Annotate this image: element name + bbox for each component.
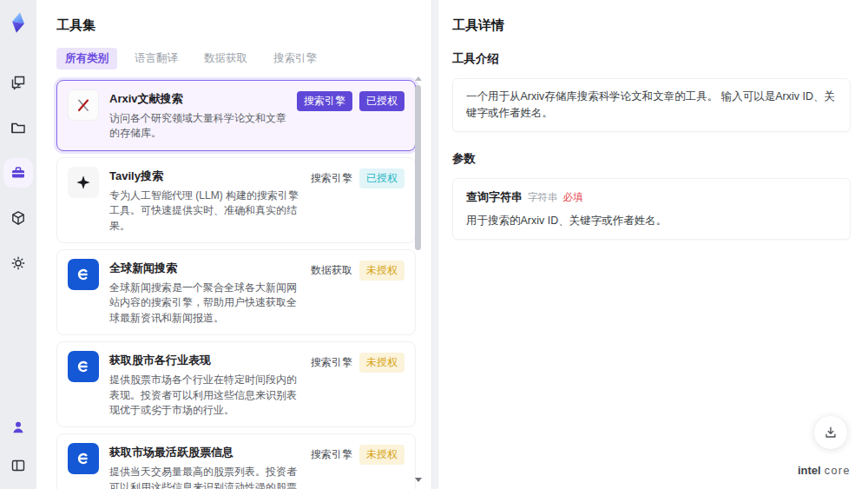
intro-heading: 工具介绍	[452, 51, 851, 67]
tab-language-translation[interactable]: 语言翻译	[126, 48, 187, 69]
auth-status-badge: 未授权	[359, 445, 404, 465]
tool-detail-panel: 工具详情 工具介绍 一个用于从Arxiv存储库搜索科学论文和文章的工具。 输入可…	[438, 0, 868, 489]
param-description: 用于搜索的Arxiv ID、关键字或作者姓名。	[466, 213, 837, 229]
list-scrollbar[interactable]	[414, 76, 423, 482]
panel-divider	[431, 0, 438, 489]
tool-card-global-news[interactable]: 全球新闻搜索 全球新闻搜索是一个聚合全球各大新闻网站内容的搜索引擎，帮助用户快速…	[56, 249, 416, 335]
tool-title: 获取市场最活跃股票信息	[109, 445, 300, 460]
category-badge: 搜索引擎	[311, 445, 352, 465]
tool-title: 全球新闻搜索	[109, 261, 300, 276]
app-logo	[6, 10, 30, 35]
category-badge: 搜索引擎	[311, 169, 352, 188]
auth-status-badge: 已授权	[359, 169, 404, 188]
params-heading: 参数	[452, 151, 851, 167]
auth-status-badge: 已授权	[359, 91, 404, 111]
scroll-down-arrow-icon[interactable]	[415, 478, 422, 482]
folder-icon[interactable]	[7, 116, 30, 139]
download-button[interactable]	[814, 416, 847, 449]
user-icon[interactable]	[7, 416, 30, 439]
intro-card: 一个用于从Arxiv存储库搜索科学论文和文章的工具。 输入可以是Arxiv ID…	[452, 78, 851, 132]
tab-search-engine[interactable]: 搜索引擎	[265, 48, 326, 69]
tool-list-panel: 工具集 所有类别 语言翻译 数据获取 搜索引擎 Arxiv文献搜索 访问各个研究…	[36, 0, 431, 489]
tool-title: Arxiv文献搜索	[109, 91, 286, 107]
intro-text: 一个用于从Arxiv存储库搜索科学论文和文章的工具。 输入可以是Arxiv ID…	[466, 90, 835, 119]
core-wordmark: core	[825, 465, 851, 477]
auth-status-badge: 未授权	[359, 353, 404, 373]
tavily-star-logo-icon	[68, 167, 99, 198]
param-name: 查询字符串	[466, 188, 523, 206]
intel-wordmark: intel	[798, 464, 821, 477]
tab-data-acquisition[interactable]: 数据获取	[195, 48, 256, 69]
scrollbar-thumb[interactable]	[415, 85, 421, 250]
tool-description: 访问各个研究领域大量科学论文和文章的存储库。	[109, 111, 286, 142]
tool-card-list: Arxiv文献搜索 访问各个研究领域大量科学论文和文章的存储库。 搜索引擎 已授…	[56, 80, 416, 489]
scroll-up-arrow-icon[interactable]	[415, 76, 422, 81]
detail-title: 工具详情	[452, 17, 851, 34]
panel-toggle-icon[interactable]	[7, 454, 30, 477]
intel-core-logo: intel core	[798, 464, 851, 477]
toolbox-icon[interactable]	[7, 162, 30, 184]
tool-description: 全球新闻搜索是一个聚合全球各大新闻网站内容的搜索引擎，帮助用户快速获取全球最新资…	[109, 281, 300, 326]
blue-e-logo-icon	[68, 259, 99, 290]
tool-card-most-active-stocks[interactable]: 获取市场最活跃股票信息 提供当天交易量最高的股票列表。投资者可以利用这些信息来识…	[56, 433, 416, 489]
category-tabs: 所有类别 语言翻译 数据获取 搜索引擎	[56, 48, 423, 69]
tab-all-categories[interactable]: 所有类别	[56, 48, 117, 69]
settings-gear-icon[interactable]	[7, 252, 30, 274]
tool-card-arxiv[interactable]: Arxiv文献搜索 访问各个研究领域大量科学论文和文章的存储库。 搜索引擎 已授…	[56, 80, 416, 151]
arxiv-logo-icon	[68, 89, 99, 121]
param-card: 查询字符串 字符串 必填 用于搜索的Arxiv ID、关键字或作者姓名。	[452, 178, 851, 240]
package-icon[interactable]	[7, 207, 30, 229]
page-title: 工具集	[56, 17, 423, 34]
chat-icon[interactable]	[7, 71, 30, 94]
auth-status-badge: 未授权	[359, 261, 404, 281]
tool-title: 获取股市各行业表现	[109, 353, 300, 368]
tool-card-tavily[interactable]: Tavily搜索 专为人工智能代理 (LLM) 构建的搜索引擎工具。可快速提供实…	[56, 157, 416, 243]
icon-rail	[0, 0, 36, 489]
category-badge: 搜索引擎	[297, 91, 352, 111]
tool-description: 专为人工智能代理 (LLM) 构建的搜索引擎工具。可快速提供实时、准确和真实的结…	[109, 188, 300, 234]
download-icon	[823, 425, 838, 440]
category-badge: 数据获取	[311, 261, 352, 281]
tool-title: Tavily搜索	[109, 169, 300, 184]
blue-e-logo-icon	[68, 443, 99, 474]
tool-description: 提供当天交易量最高的股票列表。投资者可以利用这些信息来识别流动性强的股票和潜在的…	[109, 465, 300, 489]
tool-description: 提供股票市场各个行业在特定时间段内的表现。投资者可以利用这些信息来识别表现优于或…	[109, 373, 300, 418]
param-required-badge: 必填	[563, 190, 583, 205]
tool-card-sector-performance[interactable]: 获取股市各行业表现 提供股票市场各个行业在特定时间段内的表现。投资者可以利用这些…	[56, 341, 416, 427]
category-badge: 搜索引擎	[311, 353, 352, 373]
param-type: 字符串	[528, 190, 558, 205]
blue-e-logo-icon	[68, 351, 99, 382]
